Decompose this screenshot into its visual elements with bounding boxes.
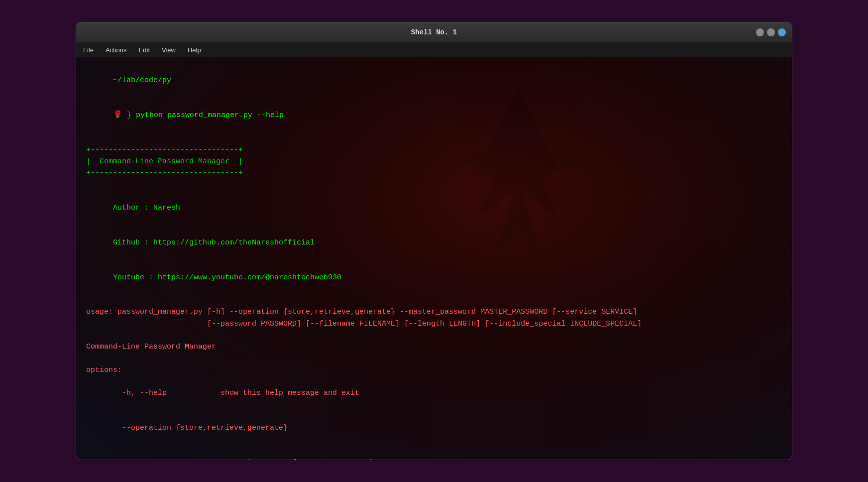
- author-label: Author: [113, 204, 140, 212]
- opt1: -h, --help show this help message and ex…: [86, 376, 782, 411]
- box-title: | Command-Line Password Manager |: [86, 156, 782, 167]
- usage-line-1: usage: password_manager.py [-h] --operat…: [86, 306, 782, 318]
- window-controls: [756, 28, 786, 36]
- window-title: Shell No. 1: [411, 28, 457, 36]
- box-top: +---------------------------------+: [86, 144, 782, 156]
- command-line: 🌹 } python password_manager.py --help: [86, 98, 782, 133]
- blank-5: [86, 353, 782, 364]
- blank-3: [86, 295, 782, 306]
- opt2-desc-line: Operation to perform: store, retrieve, g…: [86, 445, 782, 460]
- cwd-path-1: ~/lab/code/py: [113, 76, 171, 85]
- menu-actions[interactable]: Actions: [104, 45, 129, 55]
- menu-view[interactable]: View: [160, 45, 178, 55]
- opt2-desc: Operation to perform: store, retrieve, g…: [113, 459, 431, 460]
- author-sep: :: [140, 204, 153, 212]
- opt1-desc: show this help message and exit: [167, 389, 359, 397]
- github-url: https://github.com/theNareshofficial: [153, 239, 315, 247]
- menu-edit[interactable]: Edit: [137, 45, 152, 55]
- menubar: File Actions Edit View Help: [76, 42, 792, 57]
- maximize-button[interactable]: [767, 28, 775, 36]
- command-text: python password_manager.py --help: [136, 111, 284, 120]
- options-header: options:: [86, 364, 782, 376]
- blank-1: [86, 133, 782, 144]
- app-title-line: Command-Line Password Manager: [86, 341, 782, 353]
- github-label: Github: [113, 239, 140, 247]
- titlebar: Shell No. 1: [76, 22, 792, 42]
- blank-4: [86, 330, 782, 341]
- opt2: --operation {store,retrieve,generate}: [86, 411, 782, 446]
- author-value: Naresh: [153, 204, 180, 212]
- terminal-window: Shell No. 1 File Actions Edit View Help …: [76, 22, 792, 460]
- youtube-sep: :: [144, 273, 158, 282]
- prompt-arrow: }: [127, 111, 136, 120]
- youtube-url: https://www.youtube.com/@nareshtechweb93…: [158, 273, 341, 282]
- author-line: Author : Naresh: [86, 191, 782, 226]
- youtube-label: Youtube: [113, 273, 144, 282]
- terminal-body: ~/lab/code/py 🌹 } python password_manage…: [76, 57, 792, 460]
- close-button[interactable]: [778, 28, 786, 36]
- blank-2: [86, 179, 782, 191]
- github-sep: :: [140, 239, 153, 247]
- opt2-flag: --operation {store,retrieve,generate}: [113, 424, 288, 432]
- menu-help[interactable]: Help: [186, 45, 203, 55]
- prompt-icon: 🌹: [113, 111, 127, 120]
- menu-file[interactable]: File: [81, 45, 96, 55]
- github-line: Github : https://github.com/theNareshoff…: [86, 226, 782, 260]
- cwd-line-1: ~/lab/code/py: [86, 63, 782, 98]
- youtube-line: Youtube : https://www.youtube.com/@nares…: [86, 260, 782, 295]
- opt1-flag: -h, --help: [113, 389, 167, 397]
- usage-line-2: [--password PASSWORD] [--filename FILENA…: [86, 318, 782, 330]
- minimize-button[interactable]: [756, 28, 764, 36]
- box-bot: +---------------------------------+: [86, 167, 782, 179]
